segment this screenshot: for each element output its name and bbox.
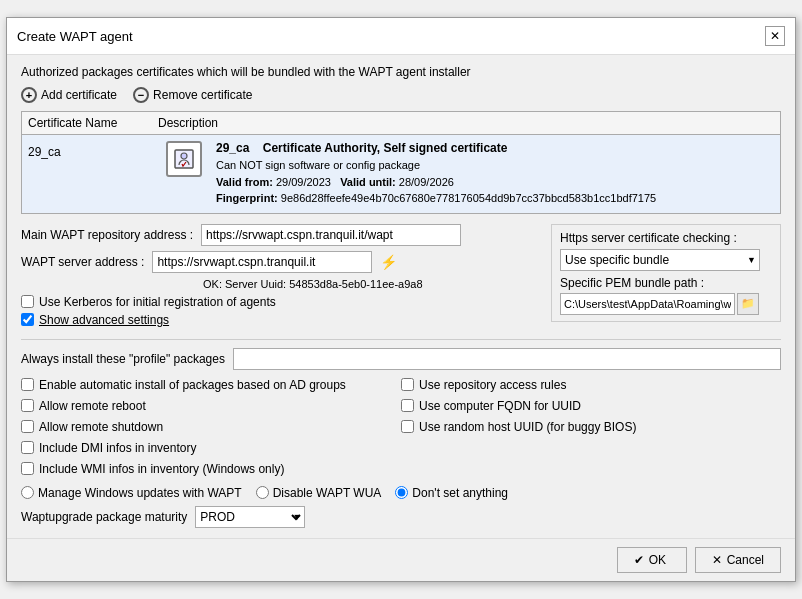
pem-input[interactable] bbox=[560, 293, 735, 315]
checkbox-row-7: Use computer FQDN for UUID bbox=[401, 399, 781, 413]
table-header: Certificate Name Description bbox=[22, 112, 780, 135]
ok-text-row: OK: Server Uuid: 54853d8a-5eb0-11ee-a9a8 bbox=[21, 278, 535, 290]
repo-access-rules-label: Use repository access rules bbox=[419, 378, 566, 392]
remote-shutdown-label: Allow remote shutdown bbox=[39, 420, 163, 434]
radio-dont-set-input[interactable] bbox=[395, 486, 408, 499]
cert-cannot-sign: Can NOT sign software or config package bbox=[216, 157, 774, 174]
table-row[interactable]: 29_ca 29_ca Certificate Authority, Self … bbox=[22, 135, 780, 213]
https-title: Https server certificate checking : bbox=[560, 231, 772, 245]
random-uuid-checkbox[interactable] bbox=[401, 420, 414, 433]
kerberos-checkbox[interactable] bbox=[21, 295, 34, 308]
radio-dont-set: Don't set anything bbox=[395, 486, 508, 500]
add-certificate-label: Add certificate bbox=[41, 88, 117, 102]
ok-button[interactable]: ✔ OK bbox=[617, 547, 687, 573]
radio-wapt-input[interactable] bbox=[21, 486, 34, 499]
radio-wapt: Manage Windows updates with WAPT bbox=[21, 486, 242, 500]
cancel-label: Cancel bbox=[727, 553, 764, 567]
checkmark-icon: ✔ bbox=[634, 553, 644, 567]
advanced-row: Show advanced settings bbox=[21, 313, 535, 327]
profile-label: Always install these "profile" packages bbox=[21, 352, 225, 366]
cert-valid-dates: Valid from: 29/09/2023 Valid until: 28/0… bbox=[216, 174, 774, 191]
radio-wapt-label: Manage Windows updates with WAPT bbox=[38, 486, 242, 500]
ad-groups-label: Enable automatic install of packages bas… bbox=[39, 378, 346, 392]
checkboxes-grid: Enable automatic install of packages bas… bbox=[21, 378, 781, 480]
dmi-label: Include DMI infos in inventory bbox=[39, 441, 196, 455]
cancel-button[interactable]: ✕ Cancel bbox=[695, 547, 781, 573]
remove-certificate-label: Remove certificate bbox=[153, 88, 252, 102]
pem-browse-button[interactable]: 📁 bbox=[737, 293, 759, 315]
certificate-toolbar: + Add certificate − Remove certificate bbox=[21, 87, 781, 103]
pem-label: Specific PEM bundle path : bbox=[560, 276, 772, 290]
cert-fingerprint: Fingerprint: 9e86d28ffeefe49e4b70c67680e… bbox=[216, 190, 774, 207]
create-wapt-dialog: Create WAPT agent ✕ Authorized packages … bbox=[6, 17, 796, 582]
checkbox-row-6: Use repository access rules bbox=[401, 378, 781, 392]
repo-access-rules-checkbox[interactable] bbox=[401, 378, 414, 391]
profile-input[interactable] bbox=[233, 348, 781, 370]
two-column-layout: Main WAPT repository address : WAPT serv… bbox=[21, 224, 781, 331]
https-section: Https server certificate checking : Use … bbox=[551, 224, 781, 322]
separator-1 bbox=[21, 339, 781, 340]
remove-icon: − bbox=[133, 87, 149, 103]
cert-info-title: 29_ca Certificate Authority, Self signed… bbox=[216, 141, 774, 155]
dmi-checkbox[interactable] bbox=[21, 441, 34, 454]
ad-groups-checkbox[interactable] bbox=[21, 378, 34, 391]
add-icon: + bbox=[21, 87, 37, 103]
server-input[interactable] bbox=[152, 251, 372, 273]
radio-disable: Disable WAPT WUA bbox=[256, 486, 382, 500]
repo-input[interactable] bbox=[201, 224, 461, 246]
checkbox-row-1: Enable automatic install of packages bas… bbox=[21, 378, 401, 392]
checkbox-row-5: Include WMI infos in inventory (Windows … bbox=[21, 462, 401, 476]
remote-reboot-label: Allow remote reboot bbox=[39, 399, 146, 413]
dialog-footer: ✔ OK ✕ Cancel bbox=[7, 538, 795, 581]
col-desc: Description bbox=[158, 116, 774, 130]
remote-shutdown-checkbox[interactable] bbox=[21, 420, 34, 433]
https-panel: Https server certificate checking : Use … bbox=[551, 224, 781, 331]
title-bar: Create WAPT agent ✕ bbox=[7, 18, 795, 55]
dialog-subtitle: Authorized packages certificates which w… bbox=[21, 65, 781, 79]
radio-row: Manage Windows updates with WAPT Disable… bbox=[21, 486, 781, 500]
form-section: Main WAPT repository address : WAPT serv… bbox=[21, 224, 781, 528]
col-name: Certificate Name bbox=[28, 116, 158, 130]
remote-reboot-checkbox[interactable] bbox=[21, 399, 34, 412]
pem-row: 📁 bbox=[560, 293, 772, 315]
repo-row: Main WAPT repository address : bbox=[21, 224, 535, 246]
maturity-select-wrapper: PROD PREPROD DEV bbox=[195, 506, 305, 528]
dialog-title: Create WAPT agent bbox=[17, 29, 133, 44]
radio-dont-set-label: Don't set anything bbox=[412, 486, 508, 500]
maturity-row: Waptupgrade package maturity PROD PREPRO… bbox=[21, 506, 781, 528]
ok-status-text: OK: Server Uuid: 54853d8a-5eb0-11ee-a9a8 bbox=[203, 278, 423, 290]
radio-disable-label: Disable WAPT WUA bbox=[273, 486, 382, 500]
https-select[interactable]: Use specific bundle Use system bundle Di… bbox=[560, 249, 760, 271]
fqdn-uuid-label: Use computer FQDN for UUID bbox=[419, 399, 581, 413]
kerberos-label: Use Kerberos for initial registration of… bbox=[39, 295, 276, 309]
wmi-label: Include WMI infos in inventory (Windows … bbox=[39, 462, 284, 476]
cert-name: 29_ca bbox=[28, 141, 158, 159]
ok-label: OK bbox=[649, 553, 666, 567]
cert-info: 29_ca Certificate Authority, Self signed… bbox=[216, 141, 774, 207]
maturity-select[interactable]: PROD PREPROD DEV bbox=[195, 506, 305, 528]
connect-icon[interactable]: ⚡ bbox=[380, 254, 397, 270]
profile-row: Always install these "profile" packages bbox=[21, 348, 781, 370]
cert-icon bbox=[166, 141, 202, 177]
close-button[interactable]: ✕ bbox=[765, 26, 785, 46]
checkbox-row-8: Use random host UUID (for buggy BIOS) bbox=[401, 420, 781, 434]
radio-disable-input[interactable] bbox=[256, 486, 269, 499]
random-uuid-label: Use random host UUID (for buggy BIOS) bbox=[419, 420, 636, 434]
remove-certificate-button[interactable]: − Remove certificate bbox=[133, 87, 252, 103]
repo-label: Main WAPT repository address : bbox=[21, 228, 193, 242]
checkbox-row-3: Allow remote shutdown bbox=[21, 420, 401, 434]
left-column: Main WAPT repository address : WAPT serv… bbox=[21, 224, 535, 331]
advanced-checkbox[interactable] bbox=[21, 313, 34, 326]
fqdn-uuid-checkbox[interactable] bbox=[401, 399, 414, 412]
dialog-content: Authorized packages certificates which w… bbox=[7, 55, 795, 538]
https-select-wrapper: Use specific bundle Use system bundle Di… bbox=[560, 249, 760, 271]
checkbox-row-4: Include DMI infos in inventory bbox=[21, 441, 401, 455]
checkbox-row-2: Allow remote reboot bbox=[21, 399, 401, 413]
add-certificate-button[interactable]: + Add certificate bbox=[21, 87, 117, 103]
wmi-checkbox[interactable] bbox=[21, 462, 34, 475]
maturity-label: Waptupgrade package maturity bbox=[21, 510, 187, 524]
kerberos-row: Use Kerberos for initial registration of… bbox=[21, 295, 535, 309]
x-icon: ✕ bbox=[712, 553, 722, 567]
server-label: WAPT server address : bbox=[21, 255, 144, 269]
advanced-label: Show advanced settings bbox=[39, 313, 169, 327]
